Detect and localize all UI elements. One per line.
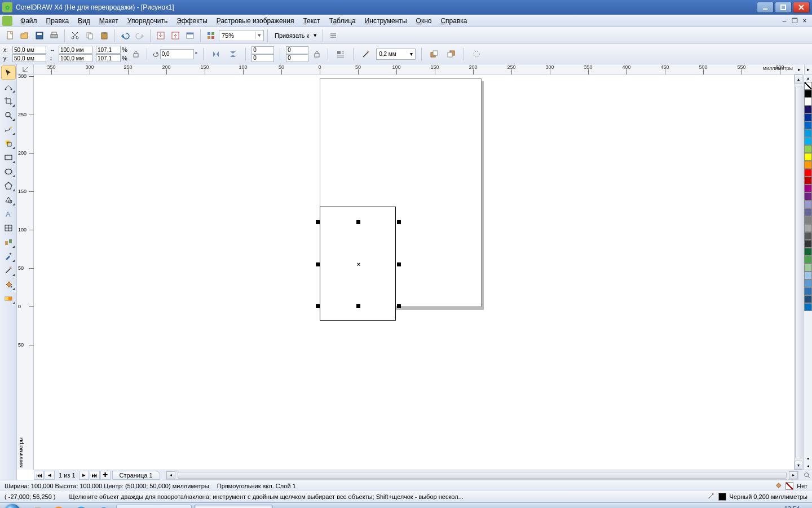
table-tool[interactable] (1, 221, 16, 235)
color-swatch[interactable] (804, 224, 812, 232)
menu-упорядочить[interactable]: Упорядочить (123, 16, 172, 26)
paste-button[interactable] (98, 29, 111, 42)
rotation-input[interactable] (160, 49, 194, 59)
menu-текст[interactable]: Текст (298, 16, 324, 26)
selection-handle[interactable] (356, 220, 360, 224)
scale-x-input[interactable] (96, 46, 121, 54)
scroll-right-button[interactable]: ▸ (789, 471, 798, 479)
crop-tool[interactable] (1, 94, 16, 108)
lock-ratio-button[interactable] (131, 47, 141, 61)
selection-handle[interactable] (316, 304, 320, 308)
color-swatch[interactable] (804, 113, 812, 121)
wrap-text-button[interactable] (334, 47, 347, 61)
corner-lock-button[interactable] (312, 47, 322, 61)
skype-icon[interactable]: S (70, 504, 92, 509)
page-last-button[interactable]: ⏭ (90, 471, 100, 480)
selection-handle[interactable] (397, 220, 401, 224)
new-button[interactable] (3, 29, 17, 42)
menu-эффекты[interactable]: Эффекты (172, 16, 212, 26)
menu-вид[interactable]: Вид (73, 16, 95, 26)
color-swatch[interactable] (804, 295, 812, 303)
taskbar-app-coreldraw[interactable]: CorelDRAW X4 (Н... (194, 505, 273, 509)
selection-handle[interactable] (316, 220, 320, 224)
print-button[interactable] (47, 29, 61, 42)
color-swatch[interactable] (804, 287, 812, 295)
app-icon[interactable] (2, 16, 12, 26)
shape-tool[interactable] (1, 80, 16, 94)
cut-button[interactable] (68, 29, 82, 42)
color-swatch[interactable] (804, 192, 812, 200)
scroll-thumb[interactable] (795, 86, 802, 458)
scroll-left-button[interactable]: ◂ (166, 471, 175, 479)
color-swatch[interactable] (804, 240, 812, 248)
menu-файл[interactable]: Файл (16, 16, 42, 26)
horizontal-ruler[interactable]: миллиметры 35030025020015010050050100150… (34, 64, 795, 75)
height-input[interactable] (59, 54, 92, 62)
polygon-tool[interactable] (1, 178, 16, 192)
basic-shapes-tool[interactable] (1, 192, 16, 207)
scroll-thumb[interactable] (178, 472, 787, 479)
app-launcher-button[interactable] (204, 29, 218, 42)
fill-swatch[interactable] (785, 482, 793, 490)
zoom-combo[interactable]: 75%▾ (219, 30, 264, 41)
mdi-restore-button[interactable]: ❐ (789, 17, 800, 25)
outline-swatch[interactable] (718, 493, 726, 501)
palette-scroll-up[interactable]: ▴ (807, 75, 809, 82)
eyedropper-tool[interactable] (1, 249, 16, 263)
color-swatch[interactable] (804, 200, 812, 208)
pick-tool[interactable] (1, 65, 16, 80)
vertical-scrollbar[interactable]: ▴ ▾ (794, 75, 803, 470)
copy-button[interactable] (83, 29, 96, 42)
page-tab[interactable]: Страница 1 (112, 471, 160, 480)
scale-y-input[interactable] (96, 54, 121, 62)
menu-макет[interactable]: Макет (95, 16, 123, 26)
convert-to-curves-button[interactable] (470, 47, 483, 61)
menu-окно[interactable]: Окно (412, 16, 436, 26)
vertical-ruler[interactable]: миллиметры 30025020015010050050 (17, 75, 34, 470)
color-swatch[interactable] (804, 106, 812, 113)
export-button[interactable] (169, 29, 182, 42)
ruler-nav-button[interactable]: ▸ (795, 64, 803, 75)
outline-tool[interactable] (1, 263, 16, 277)
rectangle-tool[interactable] (1, 150, 16, 164)
selection-handle[interactable] (356, 304, 360, 308)
corner-br-input[interactable] (286, 54, 308, 62)
menu-таблица[interactable]: Таблица (325, 16, 360, 26)
color-swatch[interactable] (804, 248, 812, 256)
color-swatch[interactable] (804, 208, 812, 216)
scroll-up-button[interactable]: ▴ (795, 75, 802, 84)
redo-button[interactable] (133, 29, 147, 42)
mdi-close-button[interactable]: × (800, 17, 810, 25)
save-button[interactable] (33, 29, 46, 42)
taskbar-app-word[interactable]: W Шаблон УЭм [Ре... (116, 505, 192, 509)
page-next-button[interactable]: ▸ (79, 471, 89, 480)
color-swatch[interactable] (804, 121, 812, 129)
outline-width-combo[interactable]: 0,2 мм▾ (376, 49, 416, 60)
color-swatch[interactable] (804, 161, 812, 169)
menu-инструменты[interactable]: Инструменты (360, 16, 412, 26)
color-swatch[interactable] (804, 264, 812, 271)
ruler-nav-button-2[interactable]: ▸ (804, 64, 812, 75)
to-back-button[interactable] (444, 47, 458, 61)
corner-tl-input[interactable] (251, 46, 274, 54)
palette-scroll-down[interactable]: ▾ (807, 455, 809, 462)
add-page-button[interactable]: ✚ (100, 471, 111, 480)
ellipse-tool[interactable] (1, 164, 16, 178)
color-swatch[interactable] (804, 145, 812, 153)
menu-справка[interactable]: Справка (436, 16, 471, 26)
selection-center-icon[interactable]: × (357, 261, 360, 268)
wmp-icon[interactable] (47, 504, 70, 509)
color-swatch[interactable] (804, 137, 812, 145)
import-button[interactable] (154, 29, 167, 42)
open-button[interactable] (18, 29, 32, 42)
color-swatch[interactable] (804, 98, 812, 106)
explorer-icon[interactable] (25, 504, 47, 509)
menu-растровые изображения[interactable]: Растровые изображения (212, 16, 299, 26)
color-swatch[interactable] (804, 90, 812, 98)
color-swatch[interactable] (804, 129, 812, 137)
color-swatch[interactable] (804, 279, 812, 287)
window-close-button[interactable] (793, 2, 810, 13)
palette-flyout[interactable]: ◂ (807, 462, 809, 470)
to-front-button[interactable] (427, 47, 441, 61)
color-swatch[interactable] (804, 169, 812, 177)
